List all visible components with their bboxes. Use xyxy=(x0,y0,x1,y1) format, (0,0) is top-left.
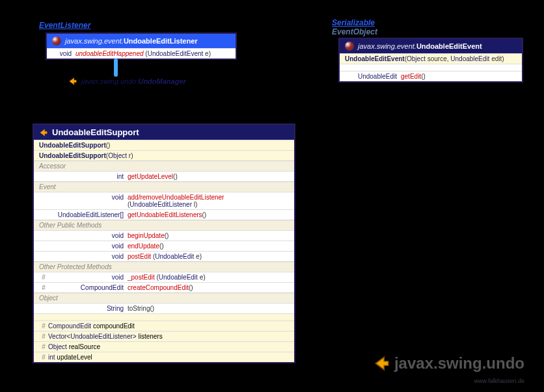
event-method-row-2: UndoableEditListener[] getUndoableEditLi… xyxy=(34,209,294,220)
event-getter-row: UndoableEdit getEdit () xyxy=(340,71,522,81)
section-event: Event xyxy=(34,181,294,192)
event-constructor-name: UndoableEditEvent xyxy=(345,55,405,62)
arrow-icon xyxy=(39,128,48,137)
support-ctor1-params: () xyxy=(106,142,111,149)
support-ctor2-ptype: Object xyxy=(108,152,127,159)
em1-ptype: UndoableEditListener xyxy=(129,201,192,208)
subclass-undo-manager: javax.swing.undo.UndoManager xyxy=(68,77,186,86)
pm1-ret: void xyxy=(39,232,128,239)
f2-name: listeners xyxy=(138,333,162,340)
pm3-ptype: UndoableEdit xyxy=(155,253,194,260)
event-ctor-p1-type: Object xyxy=(407,55,426,62)
listener-method-param-type: UndoableEditEvent xyxy=(148,50,204,57)
prot1-pname: e xyxy=(200,274,204,281)
event-ctor-p2-name: edit xyxy=(491,55,502,62)
spacer-row xyxy=(34,313,294,320)
listener-header: javax.swing.event.UndoableEditListener xyxy=(47,34,236,48)
field-row-4: # int updateLevel xyxy=(34,352,294,362)
pm2-ret: void xyxy=(39,242,128,250)
pm3-name: postEdit xyxy=(128,253,151,260)
section-object: Object xyxy=(34,293,294,303)
accessor-ret: int xyxy=(39,173,128,180)
inheritance-connector xyxy=(114,59,118,77)
prot1-ret: void xyxy=(48,274,128,281)
arrow-icon xyxy=(68,77,77,86)
hash-icon: # xyxy=(39,274,48,281)
subclass-classname: UndoManager xyxy=(138,77,185,85)
support-ctor2-pname: r xyxy=(129,152,131,159)
em2-name: getUndoableEditListeners xyxy=(128,211,202,218)
hash-icon: # xyxy=(39,333,48,340)
obj-row-1: String toString () xyxy=(34,303,294,313)
hash-icon: # xyxy=(39,322,48,330)
f4-name: updateLevel xyxy=(57,354,92,361)
event-interface-label: Serializable xyxy=(332,18,375,27)
listener-package: javax.swing.event. xyxy=(65,37,124,45)
event-package: javax.swing.event. xyxy=(358,42,416,50)
package-name-text: javax.swing.undo xyxy=(394,354,524,372)
support-header: UndoableEditSupport xyxy=(34,125,294,140)
prot1-ptype: UndoableEdit xyxy=(159,274,198,281)
section-accessor: Accessor xyxy=(34,161,294,171)
package-name-label: javax.swing.undo xyxy=(374,354,524,372)
f1-type: CompoundEdit xyxy=(48,322,91,330)
section-other-public: Other Public Methods xyxy=(34,220,294,230)
f2-type-pre: Vector< xyxy=(48,333,70,340)
undoable-edit-listener-box: javax.swing.event.UndoableEditListener v… xyxy=(46,33,237,60)
f2-type-gen: UndoableEditListener xyxy=(70,333,133,340)
globe-icon xyxy=(52,36,61,46)
pm3-ret: void xyxy=(39,253,128,260)
prot2-ret: CompoundEdit xyxy=(48,284,128,291)
event-getter-ret: UndoableEdit xyxy=(345,73,401,80)
em1-ret: void xyxy=(39,194,128,208)
listener-classname: UndoableEditListener xyxy=(124,37,198,45)
listener-method-name: undoableEditHappened xyxy=(75,50,144,57)
event-method-row-1: void add/removeUndoableEditListener (Und… xyxy=(34,192,294,209)
pm3-pname: e xyxy=(196,253,200,260)
field-row-3: # Object realSource xyxy=(34,341,294,352)
support-ctor1: UndoableEditSupport() xyxy=(34,140,294,150)
event-ctor-p2-type: UndoableEdit xyxy=(450,55,489,62)
em1-pname: l xyxy=(194,201,195,208)
hash-icon: # xyxy=(39,343,48,350)
prot1-name: _postEdit xyxy=(128,274,155,281)
event-getter-name: getEdit xyxy=(401,73,421,80)
pm-row-1: void beginUpdate () xyxy=(34,230,294,241)
prot-row-1: # void _postEdit (UndoableEdit e) xyxy=(34,272,294,282)
credit-label: www.falkhausen.de xyxy=(474,378,524,384)
f4-type: int xyxy=(48,354,55,361)
globe-icon xyxy=(345,42,354,51)
pm-row-3: void postEdit (UndoableEdit e) xyxy=(34,251,294,261)
listener-method-row: void undoableEditHappened (UndoableEditE… xyxy=(47,48,236,59)
support-ctor2: UndoableEditSupport (Object r) xyxy=(34,150,294,161)
support-ctor2-name: UndoableEditSupport xyxy=(39,152,106,159)
em2-params: () xyxy=(202,211,207,218)
support-classname: UndoableEditSupport xyxy=(52,127,139,137)
accessor-row: int getUpdateLevel () xyxy=(34,171,294,181)
event-superclass-label: EventObject xyxy=(332,27,377,36)
event-constructor-row: UndoableEditEvent (Object source, Undoab… xyxy=(340,53,522,64)
interface-label: EventListener xyxy=(39,21,90,30)
pm-row-2: void endUpdate () xyxy=(34,241,294,251)
em1-name: add/removeUndoableEditListener xyxy=(128,194,224,201)
undoable-edit-support-box: UndoableEditSupport UndoableEditSupport(… xyxy=(33,124,295,363)
listener-method-param-name: e xyxy=(205,50,209,57)
obj1-name: toString xyxy=(128,305,150,312)
prot2-name: createCompoundEdit xyxy=(128,284,189,291)
arrow-icon xyxy=(374,355,390,372)
pm1-name: beginUpdate xyxy=(128,232,165,239)
f2-type-suf: > xyxy=(133,333,137,340)
field-row-2: # Vector<UndoableEditListener> listeners xyxy=(34,331,294,341)
accessor-name: getUpdateLevel xyxy=(128,173,173,180)
f3-name: realSource xyxy=(69,343,100,350)
pm2-name: endUpdate xyxy=(128,242,159,250)
event-header: javax.swing.event.UndoableEditEvent xyxy=(340,39,522,53)
prot-row-2: # CompoundEdit createCompoundEdit () xyxy=(34,282,294,293)
spacer-row xyxy=(340,64,522,71)
f1-name: compoundEdit xyxy=(93,322,135,330)
undoable-edit-event-box: javax.swing.event.UndoableEditEvent Undo… xyxy=(338,38,523,83)
event-classname: UndoableEditEvent xyxy=(416,42,482,50)
subclass-package: javax.swing.undo. xyxy=(81,77,138,85)
em2-ret: UndoableEditListener[] xyxy=(39,211,128,218)
event-ctor-p1-name: source xyxy=(428,55,447,62)
